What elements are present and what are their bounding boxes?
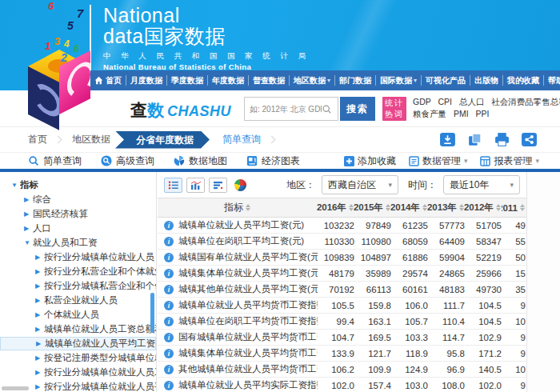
table-column-header-indicator[interactable]: 指标 [158, 201, 318, 214]
nav-item[interactable]: 我的收藏 [502, 75, 543, 86]
table-column-header-year[interactable]: 2013年 [428, 202, 465, 214]
info-icon[interactable]: i [164, 349, 174, 358]
tree-item[interactable]: ▶ 国民经济核算 [0, 207, 156, 221]
info-icon[interactable]: i [164, 285, 174, 294]
nav-item[interactable]: 月度数据 [126, 75, 166, 86]
info-icon[interactable]: i [164, 269, 174, 278]
info-icon[interactable]: i [164, 333, 174, 342]
tree-item[interactable]: ▼ 指标 [0, 178, 156, 192]
info-glyph: i [168, 318, 170, 326]
info-icon[interactable]: i [164, 253, 174, 262]
tree-toggle-icon[interactable]: ▶ [35, 354, 44, 362]
info-icon[interactable]: i [164, 221, 174, 230]
table-cell-value: 105.5 [318, 301, 354, 310]
region-select[interactable]: 西藏自治区 ▾ [322, 175, 398, 194]
table-column-header-year[interactable]: 2012年 [465, 202, 502, 214]
tree-item[interactable]: ▼ 就业人员和工资 [0, 236, 156, 250]
time-select-value: 最近10年 [450, 178, 489, 192]
breadcrumb-region-data[interactable]: 地区数据 [72, 133, 110, 146]
table-column-header-year[interactable]: 2011 [502, 202, 526, 214]
table-column-header-year[interactable]: 2016年 [318, 202, 354, 214]
hot-words-line1[interactable]: GDP CPI 总人口 社会消费品零售总额 [413, 96, 560, 108]
sidebar-vertical-scrollbar[interactable] [150, 293, 154, 333]
view-bar-chart-button[interactable] [186, 178, 205, 193]
tree-item[interactable]: ▶ 城镇单位就业人员平均工资和指数 [0, 337, 156, 350]
nav-item[interactable]: 普查数据 [248, 75, 289, 86]
hot-words-line2[interactable]: 粮食产量 PMI PPI [413, 108, 560, 120]
grid-table-icon [480, 156, 490, 166]
table-column-header-year[interactable]: 2014年 [391, 202, 428, 214]
print-icon[interactable] [494, 132, 510, 147]
tree-toggle-icon[interactable]: ▶ [24, 196, 33, 203]
table-cell-value: 159.8 [354, 301, 391, 310]
copy-icon[interactable] [466, 132, 483, 147]
right-gutter [526, 172, 560, 392]
tree-toggle-icon[interactable]: ▶ [35, 326, 44, 333]
tree-toggle-icon[interactable]: ▶ [35, 282, 44, 290]
tree-toggle-icon[interactable]: ▶ [35, 297, 44, 304]
info-icon[interactable]: i [164, 381, 174, 390]
tree-item[interactable]: ▶ 城镇单位就业人员工资总额和指数 [0, 322, 156, 336]
tree-toggle-icon[interactable]: ▼ [11, 182, 20, 189]
table-cell-value: 103.3 [391, 333, 428, 342]
tree-toggle-icon[interactable]: ▶ [24, 210, 33, 218]
tree-toggle-icon[interactable]: ▶ [35, 369, 44, 376]
info-icon[interactable]: i [164, 301, 174, 310]
table-cell-value: 103.0 [391, 381, 428, 390]
view-table-button[interactable] [164, 178, 182, 193]
breadcrumb-current[interactable]: 简单查询 [222, 133, 261, 146]
search-input[interactable] [245, 98, 322, 119]
chevron-down-icon: ▾ [535, 157, 539, 165]
view-hbar-chart-button[interactable] [209, 178, 227, 193]
nav-item[interactable]: 出版物 [470, 75, 502, 86]
tree-toggle-icon[interactable]: ▶ [24, 225, 33, 232]
info-icon[interactable]: i [164, 365, 174, 374]
tree-toggle-icon[interactable]: ▶ [35, 383, 44, 390]
tree-toggle-icon[interactable]: ▼ [24, 239, 33, 246]
tab-advanced-query[interactable]: 高级查询 [101, 154, 154, 168]
search-button[interactable]: 搜索 [340, 97, 375, 121]
nav-item[interactable]: 年度数据 [207, 75, 248, 86]
tree-item[interactable]: ▶ 私营企业就业人员 [0, 294, 156, 307]
chashu-shu: 数 [147, 99, 164, 122]
tree-item[interactable]: ▶ 按行业分私营企业和个体就业人员 [0, 265, 156, 278]
add-favorite-button[interactable]: 添加收藏 [344, 154, 396, 168]
share-icon[interactable] [521, 132, 538, 147]
tree-toggle-icon[interactable]: ▶ [35, 268, 44, 275]
tree-item[interactable]: ▶ 个体就业人员 [0, 308, 156, 322]
tree-item[interactable]: ▶ 按行业分城镇单位就业人员 [0, 250, 156, 264]
table-cell-value: 169.5 [354, 333, 391, 342]
tree-item[interactable]: ▶ 按行业分城镇单位就业人员工资总 [0, 366, 156, 379]
nav-item[interactable]: 部门数据 [334, 75, 375, 86]
data-management-menu[interactable]: 数据管理 ▾ [409, 154, 468, 168]
table-cell-value: 29574 [391, 269, 428, 278]
tree-item[interactable]: ▶ 按登记注册类型分城镇单位就业人 [0, 351, 156, 365]
table-column-header-year[interactable]: 2015年 [354, 202, 391, 214]
tree-item[interactable]: ▶ 按行业分城镇私营企业和个体就业 [0, 279, 156, 293]
tree-toggle-icon[interactable]: ▶ [35, 311, 44, 318]
tree-toggle-icon[interactable]: ▶ [35, 254, 44, 261]
tab-simple-query[interactable]: 简单查询 [28, 154, 82, 168]
download-icon[interactable] [439, 132, 456, 147]
tree-item[interactable]: ▶ 综合 [0, 193, 156, 206]
nav-item[interactable]: 可视化产品 [421, 75, 470, 86]
view-pie-chart-button[interactable] [231, 178, 250, 193]
nav-item[interactable]: 地区数据 ▾ [289, 75, 334, 86]
nav-item[interactable]: 季度数据 [166, 75, 207, 86]
sidebar-horizontal-scrollbar[interactable] [2, 386, 29, 390]
tree-item[interactable]: ▶ 人口 [0, 222, 156, 235]
report-management-menu[interactable]: 报表管理 ▾ [480, 154, 539, 168]
breadcrumb-active-tag[interactable]: 分省年度数据 [115, 131, 210, 149]
table-row: i 城镇单位在岗职工平均货币工资指数(上年=100) 99.4 163.1 10… [158, 314, 526, 330]
site-logo[interactable]: National data国家数据 中 华 人 民 共 和 国 国 家 统 计 … [90, 5, 310, 71]
time-select[interactable]: 最近10年 ▾ [443, 175, 520, 194]
tab-data-map[interactable]: 数据地图 [174, 154, 227, 168]
info-icon[interactable]: i [164, 317, 174, 326]
tree-toggle-icon[interactable]: ▶ [36, 340, 45, 347]
column-header-label: 2013年 [427, 202, 457, 214]
breadcrumb-home[interactable]: 首页 [28, 133, 47, 146]
nav-item[interactable]: 国际数据 ▾ [375, 75, 421, 86]
info-icon[interactable]: i [164, 237, 174, 246]
nav-item[interactable]: 帮助 [543, 75, 560, 86]
tab-economy-chart[interactable]: 经济图表 [246, 154, 300, 168]
